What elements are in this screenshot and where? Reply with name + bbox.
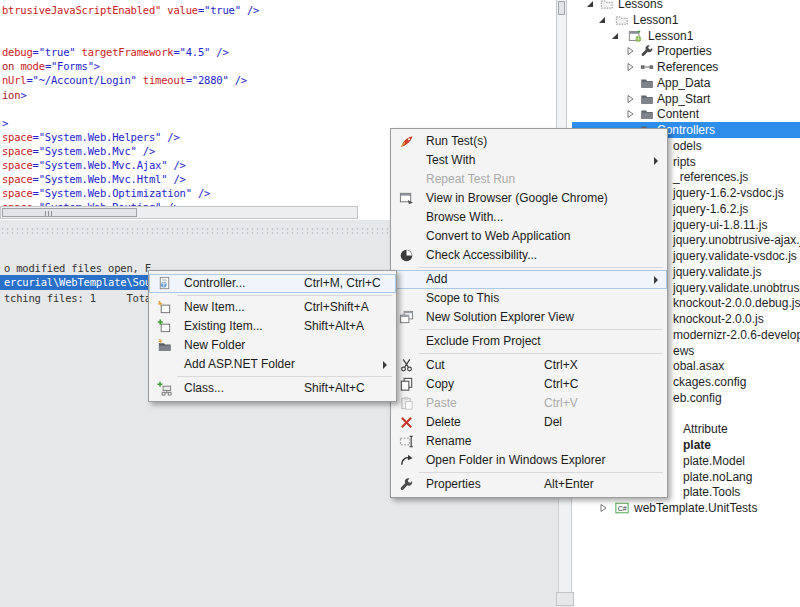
menu-item-add[interactable]: Add [391, 270, 667, 289]
menu-item-label: Add ASP.NET Folder [184, 355, 295, 374]
menu-item-class[interactable]: Class...Shift+Alt+C [149, 379, 396, 398]
tree-item-app-start[interactable]: App_Start [572, 91, 800, 107]
tree-item-label: App_Data [657, 75, 710, 91]
menu-item-view-in-browser-google-chrome[interactable]: View in Browser (Google Chrome) [391, 189, 667, 208]
references-icon [640, 60, 654, 74]
tree-item-properties[interactable]: Properties [572, 43, 800, 59]
menu-item-properties[interactable]: PropertiesAlt+Enter [391, 475, 667, 494]
menu-item-exclude-from-project[interactable]: Exclude From Project [391, 332, 667, 351]
code-line: on mode="Forms"> [2, 59, 259, 73]
code-line: space="System.Web.Mvc" /> [2, 144, 259, 158]
tree-item-label: References [657, 59, 718, 75]
paste-icon [399, 396, 414, 411]
menu-item-cut[interactable]: CutCtrl+X [391, 356, 667, 375]
menu-item-label: Scope to This [426, 289, 499, 308]
tree-expand-arrow-icon[interactable] [625, 62, 635, 72]
tree-item-label: Properties [657, 43, 712, 59]
tree-item-label: Lesson1 [648, 28, 693, 44]
tree-item-label: plate.noLang [683, 469, 752, 485]
code-line: btrusiveJavaScriptEnabled" value="true" … [2, 3, 259, 17]
tree-expand-arrow-icon[interactable] [598, 503, 608, 513]
wrench-icon [399, 477, 414, 492]
tree-item-label: Content [657, 106, 699, 122]
menu-item-run-test-s[interactable]: Run Test(s) [391, 132, 667, 151]
menu-item-new-solution-explorer-view[interactable]: New Solution Explorer View [391, 308, 667, 327]
menu-item-label: Cut [426, 356, 445, 375]
menu-item-label: Test With [426, 151, 475, 170]
tree-item-label: modernizr-2.0.6-developm [673, 327, 800, 343]
menu-item-paste: PasteCtrl+V [391, 394, 667, 413]
tree-collapse-arrow-icon[interactable] [597, 15, 607, 25]
menu-item-open-folder-in-windows-explorer[interactable]: Open Folder in Windows Explorer [391, 451, 667, 470]
menu-item-existing-item[interactable]: Existing Item...Shift+Alt+A [149, 317, 396, 336]
svg-text:C#: C# [618, 505, 627, 512]
tree-item-label: ckages.config [673, 374, 746, 390]
wrench-icon [640, 44, 654, 58]
menu-item-shortcut: Alt+Enter [544, 475, 594, 494]
accessibility-clock-icon [399, 248, 414, 263]
menu-item-label: Browse With... [426, 208, 503, 227]
web-project-icon [628, 29, 642, 43]
menu-item-test-with[interactable]: Test With [391, 151, 667, 170]
menu-item-check-accessibility[interactable]: Check Accessibility... [391, 246, 667, 265]
code-line: ion> [2, 88, 259, 102]
menu-item-shortcut: Ctrl+Shift+A [304, 298, 369, 317]
tree-collapse-arrow-icon[interactable] [610, 31, 620, 41]
code-line [2, 31, 259, 45]
open-folder-arrow-icon [399, 453, 414, 468]
menu-item-browse-with[interactable]: Browse With... [391, 208, 667, 227]
menu-item-label: Convert to Web Application [426, 227, 571, 246]
rocket-icon [399, 134, 414, 149]
menu-item-label: Paste [426, 394, 457, 413]
tree-item-label: odels [673, 138, 702, 154]
menu-item-shortcut: Ctrl+C [544, 375, 578, 394]
tree-item-label: plate [683, 437, 711, 453]
copy-icon [399, 377, 414, 392]
menu-item-label: Rename [426, 432, 471, 451]
existing-item-icon [157, 319, 172, 334]
folder-icon [640, 92, 654, 106]
tree-expand-arrow-icon[interactable] [625, 94, 635, 104]
tree-expand-arrow-icon[interactable] [625, 46, 635, 56]
new-item-icon [157, 300, 172, 315]
menu-item-label: Class... [184, 379, 224, 398]
horizontal-scrollbar-thumb[interactable] [2, 208, 137, 217]
menu-item-copy[interactable]: CopyCtrl+C [391, 375, 667, 394]
menu-item-label: New Item... [184, 298, 245, 317]
tree-item-label: App_Start [657, 91, 710, 107]
menu-item-label: New Solution Explorer View [426, 308, 574, 327]
find-results-selected-text: ercurial\WebTemplate\Sou [4, 275, 151, 290]
tree-expand-arrow-icon[interactable] [625, 109, 635, 119]
code-line: space="System.Web.Optimization" /> [2, 186, 259, 200]
menu-item-new-item[interactable]: New Item...Ctrl+Shift+A [149, 298, 396, 317]
tree-item-app-data[interactable]: App_Data [572, 75, 800, 91]
tree-collapse-arrow-icon[interactable] [585, 0, 595, 9]
vertical-scrollbar-thumb[interactable] [558, 1, 565, 15]
menu-item-new-folder[interactable]: New Folder [149, 336, 396, 355]
menu-item-rename[interactable]: Rename [391, 432, 667, 451]
tree-item-lesson1[interactable]: Lesson1 [572, 12, 800, 28]
tree-item-references[interactable]: References [572, 59, 800, 75]
menu-item-delete[interactable]: DeleteDel [391, 413, 667, 432]
tree-item-lessons[interactable]: Lessons [572, 0, 800, 12]
solution-folder-icon [600, 0, 614, 11]
menu-item-scope-to-this[interactable]: Scope to This [391, 289, 667, 308]
tree-item-label: jquery-ui-1.8.11.js [673, 217, 768, 233]
find-results-selected-row[interactable]: ercurial\WebTemplate\Sou [0, 275, 150, 290]
menu-item-add-asp-net-folder[interactable]: Add ASP.NET Folder [149, 355, 396, 374]
menu-item-controller[interactable]: Controller...Ctrl+M, Ctrl+C [149, 274, 396, 293]
tree-item-webtemplate-unittests[interactable]: C#webTemplate.UnitTests [572, 500, 800, 516]
add-submenu: Controller...Ctrl+M, Ctrl+CNew Item...Ct… [148, 270, 397, 402]
tree-item-lesson1[interactable]: Lesson1 [572, 28, 800, 44]
code-line: space="System.Web.Mvc.Ajax" /> [2, 158, 259, 172]
editor-horizontal-scrollbar[interactable] [0, 206, 358, 219]
delete-x-icon [399, 415, 414, 430]
menu-item-convert-to-web-application[interactable]: Convert to Web Application [391, 227, 667, 246]
tree-item-content[interactable]: Content [572, 106, 800, 122]
tree-item-label: jquery-1.6.2.js [673, 201, 748, 217]
tree-item-label: Lessons [618, 0, 663, 12]
browser-window-icon [399, 191, 414, 206]
tree-item-label: obal.asax [673, 358, 724, 374]
code-content: btrusiveJavaScriptEnabled" value="true" … [2, 3, 259, 214]
code-line: > [2, 116, 259, 130]
